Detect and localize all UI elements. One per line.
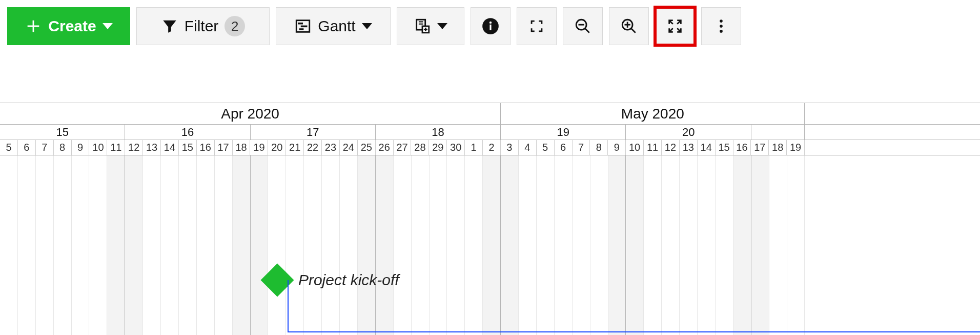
timeline-day-column xyxy=(698,155,716,335)
timeline-day-header: 17 xyxy=(215,140,233,155)
info-icon xyxy=(481,16,500,36)
timeline-month-header: Apr 2020 xyxy=(0,103,501,124)
timeline-day-column xyxy=(573,155,590,335)
timeline-day-header: 5 xyxy=(537,140,555,155)
timeline-day-header: 15 xyxy=(179,140,197,155)
timeline-day-header: 18 xyxy=(233,140,251,155)
timeline-day-header: 19 xyxy=(787,140,805,155)
fullscreen-icon xyxy=(528,17,545,35)
milestone[interactable]: Project kick-off xyxy=(266,268,399,292)
timeline-day-header: 18 xyxy=(769,140,787,155)
filter-icon xyxy=(161,17,178,35)
dependency-line xyxy=(288,280,289,331)
timeline-day-header: 15 xyxy=(716,140,733,155)
timeline-day-column xyxy=(340,155,358,335)
timeline-day-header: 11 xyxy=(107,140,125,155)
svg-rect-2 xyxy=(301,26,308,28)
zoom-in-button[interactable] xyxy=(609,7,649,45)
timeline-day-column xyxy=(0,155,18,335)
timeline-day-column xyxy=(680,155,698,335)
timeline-day-column xyxy=(143,155,161,335)
filter-button-label: Filter xyxy=(185,17,219,35)
timeline-day-header: 11 xyxy=(644,140,662,155)
timeline-day-column xyxy=(787,155,805,335)
timeline-day-header: 4 xyxy=(519,140,537,155)
timeline-day-column xyxy=(36,155,54,335)
timeline-day-header: 3 xyxy=(501,140,519,155)
timeline-day-column xyxy=(733,155,751,335)
gantt-icon xyxy=(294,17,312,35)
timeline-day-header: 23 xyxy=(322,140,340,155)
timeline-day-column xyxy=(465,155,483,335)
timeline-week-header: 18 xyxy=(376,125,501,140)
svg-point-21 xyxy=(720,25,723,28)
gantt-timeline[interactable]: Apr 2020May 2020 151617181920 5678910111… xyxy=(0,103,980,335)
filter-button[interactable]: Filter 2 xyxy=(136,7,270,45)
timeline-day-column xyxy=(107,155,125,335)
svg-rect-1 xyxy=(298,23,303,25)
timeline-day-header: 12 xyxy=(662,140,680,155)
timeline-day-column xyxy=(18,155,36,335)
timeline-day-column xyxy=(376,155,394,335)
timeline-day-column xyxy=(197,155,215,335)
timeline-day-column xyxy=(358,155,376,335)
timeline-day-header: 5 xyxy=(0,140,18,155)
timeline-day-header: 17 xyxy=(751,140,769,155)
timeline-day-header: 8 xyxy=(54,140,72,155)
timeline-day-header: 13 xyxy=(680,140,698,155)
timeline-day-column xyxy=(286,155,304,335)
timeline-week-header xyxy=(751,125,805,140)
zoom-out-icon xyxy=(574,17,591,35)
timeline-day-column xyxy=(519,155,537,335)
timeline-body[interactable]: Project kick-off xyxy=(0,155,980,335)
timeline-day-column xyxy=(251,155,269,335)
timeline-day-column xyxy=(769,155,787,335)
timeline-week-header: 15 xyxy=(0,125,125,140)
timeline-day-header: 28 xyxy=(411,140,429,155)
timeline-day-column xyxy=(644,155,662,335)
timeline-day-column xyxy=(269,155,287,335)
timeline-day-column xyxy=(555,155,573,335)
timeline-day-header: 22 xyxy=(304,140,322,155)
kebab-icon xyxy=(712,17,730,35)
timeline-day-column xyxy=(233,155,251,335)
svg-point-20 xyxy=(720,19,723,23)
timeline-day-column xyxy=(125,155,143,335)
timeline-day-header: 8 xyxy=(590,140,608,155)
timeline-day-column xyxy=(322,155,340,335)
svg-point-12 xyxy=(489,22,492,24)
view-switcher-label: Gantt xyxy=(318,17,355,35)
timeline-day-column xyxy=(608,155,626,335)
filter-count-badge: 2 xyxy=(224,16,245,36)
insert-templates-button[interactable] xyxy=(397,7,464,45)
timeline-day-column xyxy=(501,155,519,335)
timeline-months-row: Apr 2020May 2020 xyxy=(0,103,980,125)
timeline-day-header: 19 xyxy=(250,140,268,155)
timeline-day-header: 7 xyxy=(573,140,590,155)
timeline-day-column xyxy=(394,155,412,335)
timeline-day-column xyxy=(430,155,447,335)
timeline-day-column xyxy=(537,155,555,335)
more-menu-button[interactable] xyxy=(701,7,741,45)
svg-point-22 xyxy=(720,30,723,33)
timeline-day-header: 16 xyxy=(197,140,215,155)
timeline-day-header: 1 xyxy=(465,140,483,155)
svg-line-19 xyxy=(631,28,636,33)
timeline-week-header: 19 xyxy=(501,125,626,140)
timeline-day-header: 26 xyxy=(376,140,394,155)
timeline-day-column xyxy=(751,155,769,335)
info-button[interactable] xyxy=(471,7,511,45)
fullscreen-button[interactable] xyxy=(517,7,557,45)
timeline-day-header: 25 xyxy=(358,140,376,155)
timeline-day-header: 14 xyxy=(161,140,179,155)
zoom-out-button[interactable] xyxy=(563,7,603,45)
timeline-day-column xyxy=(215,155,233,335)
templates-icon xyxy=(414,17,431,35)
timeline-day-header: 16 xyxy=(733,140,751,155)
view-switcher-button[interactable]: Gantt xyxy=(276,7,391,45)
timeline-week-header: 16 xyxy=(125,125,250,140)
create-button[interactable]: Create xyxy=(7,7,130,45)
zoom-fit-button[interactable] xyxy=(655,7,695,45)
timeline-days-row: 5678910111213141516171819202122232425262… xyxy=(0,140,980,155)
toolbar: Create Filter 2 Gantt xyxy=(0,0,980,54)
